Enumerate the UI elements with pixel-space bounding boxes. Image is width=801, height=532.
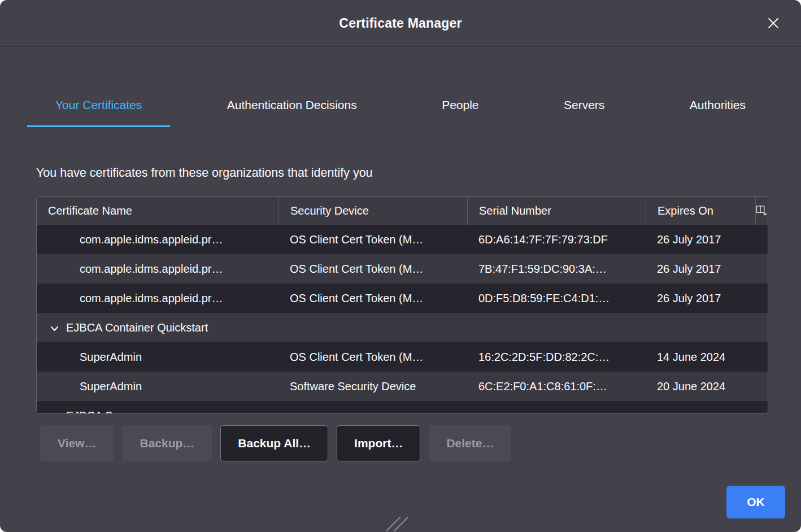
expires-on-cell: 26 July 2017 — [646, 254, 768, 284]
chevron-down-icon[interactable] — [50, 321, 59, 334]
column-header-expires-on[interactable]: Expires On — [646, 197, 755, 225]
tab-bar: Your CertificatesAuthentication Decision… — [27, 85, 774, 127]
expires-on-cell: 26 July 2017 — [646, 225, 768, 254]
column-header-security-device[interactable]: Security Device — [278, 197, 467, 225]
table-body: com.apple.idms.appleid.pr…OS Client Cert… — [37, 225, 768, 414]
group-row[interactable]: EJBCA S — [37, 401, 768, 414]
table-row[interactable]: com.apple.idms.appleid.pr…OS Client Cert… — [37, 284, 768, 313]
serial-number-cell: 16:2C:2D:5F:DD:82:2C:… — [467, 342, 646, 372]
certificate-manager-dialog: Certificate Manager Your CertificatesAut… — [0, 0, 801, 532]
cert-name-cell: SuperAdmin — [37, 372, 278, 401]
ok-button[interactable]: OK — [726, 486, 785, 518]
chevron-down-icon[interactable] — [50, 409, 59, 415]
expires-on-cell: 20 June 2024 — [646, 372, 768, 401]
serial-number-cell: 0D:F5:D8:59:FE:C4:D1:… — [467, 284, 646, 313]
close-icon[interactable] — [763, 12, 784, 34]
cert-name-cell: com.apple.idms.appleid.pr… — [37, 225, 278, 254]
security-device-cell: Software Security Device — [278, 372, 467, 401]
column-picker-icon[interactable] — [755, 197, 768, 225]
table-header: Certificate NameSecurity DeviceSerial Nu… — [37, 197, 768, 225]
delete-button: Delete… — [429, 425, 511, 461]
backup-all-button[interactable]: Backup All… — [220, 425, 328, 461]
tab-servers[interactable]: Servers — [536, 85, 633, 127]
tab-people[interactable]: People — [413, 85, 507, 127]
table-row[interactable]: com.apple.idms.appleid.pr…OS Client Cert… — [37, 254, 768, 284]
serial-number-cell: 6C:E2:F0:A1:C8:61:0F:… — [467, 372, 646, 401]
view-button: View… — [40, 425, 114, 461]
group-label: EJBCA S — [66, 409, 112, 415]
title-bar: Certificate Manager — [0, 0, 801, 47]
tab-your-certificates[interactable]: Your Certificates — [27, 85, 170, 127]
cert-name-cell: com.apple.idms.appleid.pr… — [37, 254, 278, 284]
group-label: EJBCA Container Quickstart — [66, 321, 208, 334]
table-row[interactable]: SuperAdminOS Client Cert Token (M…16:2C:… — [37, 342, 768, 372]
group-row[interactable]: EJBCA Container Quickstart — [37, 313, 768, 342]
certificates-table: Certificate NameSecurity DeviceSerial Nu… — [36, 196, 768, 414]
column-header-serial-number[interactable]: Serial Number — [467, 197, 646, 225]
description: You have certificates from these organiz… — [36, 166, 373, 180]
import-button[interactable]: Import… — [337, 425, 420, 461]
table-row[interactable]: com.apple.idms.appleid.pr…OS Client Cert… — [37, 225, 768, 254]
backup-button: Backup… — [122, 425, 212, 461]
serial-number-cell: 7B:47:F1:59:DC:90:3A:… — [467, 254, 646, 284]
resize-grip[interactable] — [385, 516, 409, 532]
expires-on-cell: 26 July 2017 — [646, 284, 768, 313]
security-device-cell: OS Client Cert Token (M… — [278, 342, 467, 372]
table-row[interactable]: SuperAdminSoftware Security Device6C:E2:… — [37, 372, 768, 401]
security-device-cell: OS Client Cert Token (M… — [278, 284, 467, 313]
action-button-row: View…Backup…Backup All…Import…Delete… — [40, 425, 511, 461]
column-header-certificate-name[interactable]: Certificate Name — [37, 197, 278, 225]
cert-name-cell: com.apple.idms.appleid.pr… — [37, 284, 278, 313]
expires-on-cell: 14 June 2024 — [646, 342, 768, 372]
serial-number-cell: 6D:A6:14:7F:7F:79:73:DF — [467, 225, 646, 254]
tab-authorities[interactable]: Authorities — [661, 85, 774, 127]
tab-authentication-decisions[interactable]: Authentication Decisions — [199, 85, 385, 127]
security-device-cell: OS Client Cert Token (M… — [278, 225, 467, 254]
cert-name-cell: SuperAdmin — [37, 342, 278, 372]
security-device-cell: OS Client Cert Token (M… — [278, 254, 467, 284]
dialog-title: Certificate Manager — [339, 16, 462, 31]
